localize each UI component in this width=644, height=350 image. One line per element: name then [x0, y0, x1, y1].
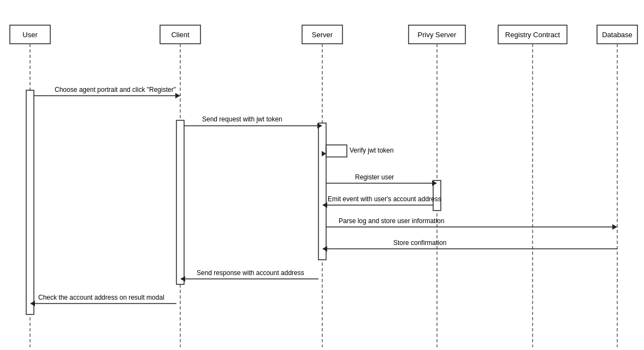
svg-text:Client: Client [171, 31, 190, 39]
diagram-title [0, 0, 644, 8]
svg-rect-10 [597, 25, 637, 44]
svg-text:Store confirmation: Store confirmation [393, 239, 446, 247]
svg-rect-6 [409, 25, 465, 44]
svg-rect-2 [160, 25, 200, 44]
svg-text:User: User [22, 31, 38, 39]
svg-text:Send response with account add: Send response with account address [197, 269, 304, 277]
svg-marker-33 [432, 180, 437, 186]
svg-rect-0 [10, 25, 50, 44]
svg-rect-19 [176, 120, 184, 284]
svg-text:Verify jwt token: Verify jwt token [350, 147, 394, 154]
svg-marker-42 [322, 246, 327, 252]
svg-marker-26 [317, 123, 322, 129]
svg-rect-20 [318, 123, 326, 260]
svg-text:Check the account address on r: Check the account address on result moda… [38, 294, 164, 301]
svg-text:Server: Server [312, 31, 333, 39]
svg-marker-39 [612, 224, 617, 230]
svg-text:Send request with jwt token: Send request with jwt token [202, 115, 282, 123]
svg-marker-30 [322, 151, 326, 156]
svg-text:Register user: Register user [355, 173, 394, 181]
svg-marker-48 [30, 301, 35, 306]
svg-text:Privy Server: Privy Server [418, 31, 457, 39]
svg-rect-4 [302, 25, 342, 44]
svg-marker-36 [322, 202, 327, 208]
svg-marker-23 [175, 93, 180, 98]
svg-marker-45 [180, 276, 185, 282]
svg-text:Database: Database [602, 31, 633, 39]
svg-text:Parse log and store user infor: Parse log and store user information [339, 217, 444, 225]
svg-rect-18 [26, 90, 34, 314]
svg-text:Emit event with user's account: Emit event with user's account address [328, 195, 441, 203]
svg-rect-8 [498, 25, 567, 44]
svg-text:Choose agent portrait and clic: Choose agent portrait and click "Registe… [55, 86, 176, 94]
svg-rect-21 [433, 180, 441, 211]
svg-text:Registry Contract: Registry Contract [505, 31, 560, 39]
sequence-diagram-svg: User Client Server Privy Server Registry… [0, 0, 644, 350]
svg-rect-28 [326, 145, 347, 157]
diagram-container: User Client Server Privy Server Registry… [0, 0, 644, 350]
